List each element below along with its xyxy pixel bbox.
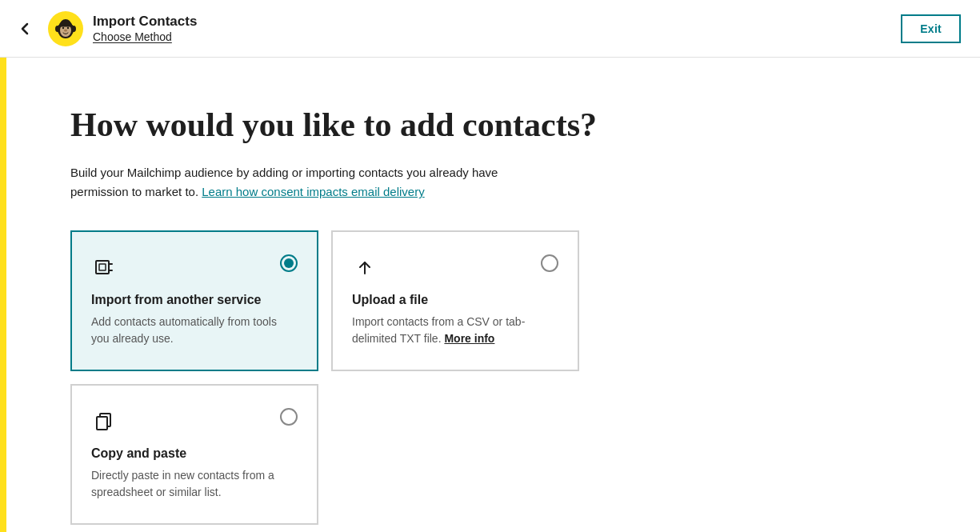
svg-rect-14 <box>97 417 107 430</box>
card-desc-copy-paste: Directly paste in new contacts from a sp… <box>91 467 298 501</box>
svg-point-6 <box>64 29 67 31</box>
exit-button[interactable]: Exit <box>901 14 961 43</box>
option-card-import-service[interactable]: Import from another service Add contacts… <box>70 230 318 371</box>
upload-svg <box>354 256 376 278</box>
card-desc-import-service: Add contacts automatically from tools yo… <box>91 314 298 347</box>
header: Import Contacts Choose Method Exit <box>0 0 980 58</box>
header-subtitle: Choose Method <box>93 30 197 43</box>
card-top-row-upload <box>352 254 558 280</box>
header-title-group: Import Contacts Choose Method <box>93 14 197 42</box>
header-left: Import Contacts Choose Method <box>19 11 197 46</box>
page-description: Build your Mailchimp audience by adding … <box>70 163 518 202</box>
import-service-svg <box>93 256 115 278</box>
option-card-copy-paste[interactable]: Copy and paste Directly paste in new con… <box>70 384 318 525</box>
back-icon <box>19 22 32 35</box>
mailchimp-logo <box>51 14 80 43</box>
svg-point-5 <box>67 26 69 28</box>
card-title-import-service: Import from another service <box>91 293 298 307</box>
svg-rect-8 <box>96 261 109 274</box>
radio-import-service[interactable] <box>280 254 298 272</box>
options-grid: Import from another service Add contacts… <box>70 230 742 525</box>
main-content: How would you like to add contacts? Buil… <box>6 58 806 532</box>
page-heading: How would you like to add contacts? <box>70 106 742 144</box>
copy-paste-icon <box>91 408 117 434</box>
card-title-upload-file: Upload a file <box>352 293 558 307</box>
svg-rect-7 <box>58 25 73 27</box>
card-top-row-copy <box>91 408 298 434</box>
import-service-icon <box>91 254 117 280</box>
upload-icon <box>352 254 378 280</box>
content-wrapper: How would you like to add contacts? Buil… <box>0 58 980 532</box>
header-title: Import Contacts <box>93 14 197 30</box>
learn-link[interactable]: Learn how consent impacts email delivery <box>202 185 424 198</box>
logo <box>48 11 83 46</box>
radio-inner-selected <box>284 258 294 268</box>
more-info-link[interactable]: More info <box>444 332 494 345</box>
yellow-accent-bar <box>0 58 6 532</box>
radio-copy-paste[interactable] <box>280 408 298 426</box>
card-title-copy-paste: Copy and paste <box>91 446 298 461</box>
option-card-upload-file[interactable]: Upload a file Import contacts from a CSV… <box>331 230 579 371</box>
card-top-row <box>91 254 298 280</box>
svg-rect-9 <box>99 264 106 270</box>
card-desc-upload-file: Import contacts from a CSV or tab-delimi… <box>352 314 558 347</box>
svg-point-4 <box>62 26 64 28</box>
back-button[interactable] <box>19 19 38 38</box>
radio-upload-file[interactable] <box>541 254 558 272</box>
copy-paste-svg <box>93 410 115 432</box>
